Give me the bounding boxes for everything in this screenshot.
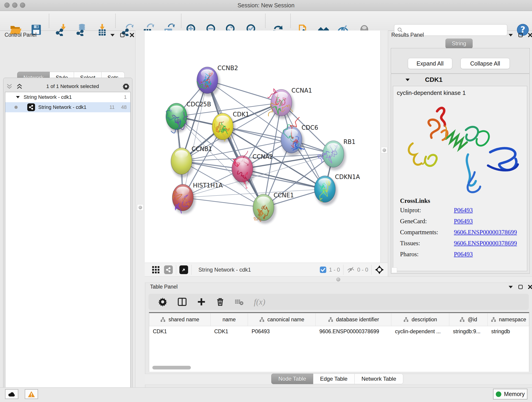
tab-edge-table[interactable]: Edge Table <box>313 374 355 384</box>
horizontal-splitter[interactable] <box>145 276 532 283</box>
left-splitter[interactable] <box>135 31 145 387</box>
float-panel-icon[interactable] <box>120 33 125 37</box>
float-panel-icon[interactable] <box>518 33 523 37</box>
table-cell[interactable]: P06493 <box>248 328 316 335</box>
float-panel-icon[interactable] <box>518 285 523 289</box>
table-cell[interactable]: CDK1 <box>149 328 210 335</box>
crosslink-link[interactable]: P06493 <box>454 207 473 214</box>
node-label: CDKN1A <box>335 173 360 180</box>
tab-network-table[interactable]: Network Table <box>355 374 404 384</box>
scrollbar-thumb[interactable] <box>152 366 191 370</box>
delete-table-icon-disabled <box>234 298 244 306</box>
close-panel-icon[interactable] <box>528 33 532 37</box>
close-panel-icon[interactable] <box>528 285 532 289</box>
column-header-name[interactable]: name <box>210 313 248 326</box>
application-window: Session: New Session <box>0 0 532 402</box>
column-header-shared-name[interactable]: shared name <box>149 313 210 326</box>
hidden-elements-eye-icon[interactable] <box>347 266 355 273</box>
crosslink-label: Tissues: <box>400 240 454 247</box>
column-label: canonical name <box>267 317 304 323</box>
table-cell[interactable]: cyclin-dependent ... <box>391 328 449 335</box>
network-node-CDC25B[interactable]: CDC25B <box>166 101 211 133</box>
collection-expander-icon[interactable] <box>16 96 20 99</box>
delete-column-icon[interactable] <box>216 298 225 306</box>
crosslink-row: Tissues:9606.ENSP00000378699 <box>400 240 527 247</box>
table-row[interactable]: CDK1CDK1P064939606.ENSP00000378699cyclin… <box>149 326 529 337</box>
network-graph[interactable]: CCNB2CCNA1CDC25BCDK1CDC6RB1CCNB1CCNA2CDK… <box>145 31 380 263</box>
network-view-canvas[interactable]: CCNB2CCNA1CDC25BCDK1CDC6RB1CCNB1CCNA2CDK… <box>145 31 380 263</box>
table-horizontal-scrollbar[interactable] <box>151 366 526 370</box>
horizontal-splitter-handle[interactable] <box>336 278 340 281</box>
crosslink-link[interactable]: P06493 <box>454 218 473 225</box>
results-entry-box: CDK1 cyclin-dependent kinase 1 <box>391 74 530 274</box>
table-cell[interactable]: stringdb:9... <box>449 328 488 335</box>
table-options-gear-icon[interactable] <box>158 297 167 306</box>
show-columns-icon[interactable] <box>177 297 187 307</box>
network-node-CCNB1[interactable]: CCNB1 <box>171 146 212 177</box>
network-node-HIST1H1A[interactable]: HIST1H1A <box>172 182 223 214</box>
entry-gene-name: CDK1 <box>425 76 443 83</box>
grid-view-icon[interactable] <box>152 266 160 274</box>
network-edge-count: 48 <box>121 104 127 110</box>
crosslinks-title: CrossLinks <box>400 197 527 204</box>
cloud-status-button[interactable] <box>5 389 18 399</box>
entry-expander-icon[interactable] <box>405 78 410 81</box>
node-label: CDC6 <box>302 124 318 131</box>
panel-menu-icon[interactable] <box>110 33 115 37</box>
toolbar-separator <box>265 14 266 28</box>
network-options-gear-icon[interactable] <box>122 83 130 90</box>
entry-header[interactable]: CDK1 <box>391 74 530 85</box>
network-node-CDK1[interactable]: CDK1 <box>212 111 249 143</box>
tab-node-table[interactable]: Node Table <box>271 374 313 384</box>
panel-menu-icon[interactable] <box>508 33 513 37</box>
memory-button[interactable]: Memory <box>493 389 527 400</box>
column-header-database-identifier[interactable]: database identifier <box>316 313 391 326</box>
network-node-CCNB2[interactable]: CCNB2 <box>197 65 238 96</box>
column-header-canonical-name[interactable]: canonical name <box>248 313 316 326</box>
main-toolbar: ? <box>0 11 532 31</box>
add-column-icon[interactable] <box>197 298 206 306</box>
crosslink-link[interactable]: P06493 <box>454 251 473 258</box>
column-label: namespace <box>499 317 526 323</box>
window-title: Session: New Session <box>0 2 532 9</box>
warnings-status-button[interactable] <box>25 389 38 399</box>
selected-nodes-checkbox-icon[interactable] <box>319 266 327 274</box>
crosslink-link[interactable]: 9606.ENSP00000378699 <box>454 240 517 247</box>
table-header-row: shared namenamecanonical namedatabase id… <box>149 313 529 326</box>
control-panel: Control Panel NetworkStyleSelectSets 1 o… <box>0 31 135 387</box>
network-node-CCNE1[interactable]: CCNE1 <box>253 192 294 224</box>
expand-all-networks-icon[interactable] <box>16 83 23 89</box>
crosslink-link[interactable]: 9606.ENSP00000378699 <box>454 229 517 236</box>
panel-menu-icon[interactable] <box>508 285 513 288</box>
network-node-CCNA1[interactable]: CCNA1 <box>268 87 312 119</box>
column-header-namespace[interactable]: namespace <box>488 313 530 326</box>
entry-description: cyclin-dependent kinase 1 <box>397 89 527 96</box>
column-header-id[interactable]: @id <box>449 313 488 326</box>
expand-all-button[interactable]: Expand All <box>408 58 452 69</box>
network-collection-row[interactable]: String Network - cdk1 1 <box>5 92 130 102</box>
detach-view-icon[interactable] <box>179 265 188 274</box>
results-panel-title: Results Panel <box>391 32 424 38</box>
table-cell[interactable]: stringdb <box>488 328 530 335</box>
crosslink-label: Compartments: <box>400 229 454 236</box>
birdseye-navigator-icon[interactable] <box>375 265 384 274</box>
network-row[interactable]: String Network - cdk1 11 48 <box>5 102 130 112</box>
right-splitter[interactable] <box>380 31 388 276</box>
column-header-description[interactable]: description <box>391 313 449 326</box>
collapse-all-button[interactable]: Collapse All <box>461 58 510 69</box>
table-cell[interactable]: CDK1 <box>210 328 248 335</box>
network-share-view-icon[interactable] <box>164 265 173 274</box>
hidden-node-edge-counts: 0 - 0 <box>357 267 368 273</box>
status-bar: Memory <box>0 387 532 402</box>
close-panel-icon[interactable] <box>130 33 134 37</box>
table-cell[interactable]: 9606.ENSP00000378699 <box>316 328 391 335</box>
network-view-title: String Network - cdk1 <box>198 267 251 273</box>
collapse-all-networks-icon[interactable] <box>6 83 13 89</box>
tab-string[interactable]: String <box>445 38 473 49</box>
network-node-CDKN1A[interactable]: CDKN1A <box>314 173 360 205</box>
left-splitter-handle[interactable] <box>137 204 143 211</box>
node-table: shared namenamecanonical namedatabase id… <box>149 312 529 372</box>
right-splitter-handle[interactable] <box>381 147 387 153</box>
toolbar-separator <box>49 14 49 28</box>
network-node-RB1[interactable]: RB1 <box>318 138 355 170</box>
